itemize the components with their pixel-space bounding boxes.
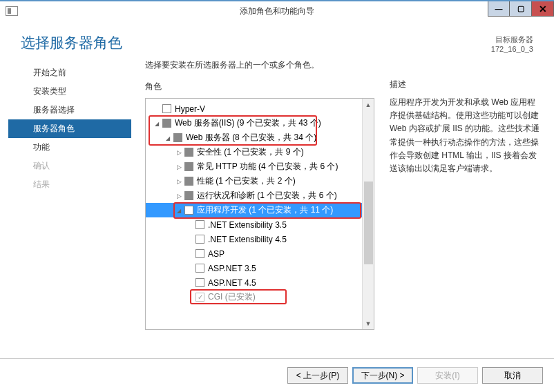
expand-icon[interactable] xyxy=(175,164,183,170)
wizard-main: 选择要安装在所选服务器上的一个或多个角色。 角色 Hyper-VWeb 服务器(… xyxy=(131,59,546,349)
tree-checkbox[interactable] xyxy=(184,191,193,200)
tree-checkbox[interactable] xyxy=(195,249,204,258)
tree-row[interactable]: 安全性 (1 个已安装，共 9 个) xyxy=(146,145,362,159)
tree-checkbox[interactable] xyxy=(184,148,193,157)
tree-checkbox xyxy=(195,293,204,302)
tree-label: ASP.NET 3.5 xyxy=(208,264,256,273)
description-text: 应用程序开发为开发和承载 Web 应用程序提供基础结构。使用这些功能可以创建 W… xyxy=(390,96,546,175)
cancel-button[interactable]: 取消 xyxy=(482,367,543,384)
sidebar-item-install-type[interactable]: 安装类型 xyxy=(8,82,131,101)
collapse-icon[interactable] xyxy=(153,120,161,127)
instruction-text: 选择要安装在所选服务器上的一个或多个角色。 xyxy=(145,59,374,71)
maximize-button[interactable]: ▢ xyxy=(510,1,532,17)
tree-row[interactable]: 应用程序开发 (1 个已安装，共 11 个) xyxy=(146,203,362,217)
sidebar-item-before-begin[interactable]: 开始之前 xyxy=(8,63,131,82)
tree-label: 应用程序开发 (1 个已安装，共 11 个) xyxy=(197,204,333,216)
tree-checkbox[interactable] xyxy=(162,119,171,128)
tree-label: ASP xyxy=(208,249,225,259)
roles-column: 选择要安装在所选服务器上的一个或多个角色。 角色 Hyper-VWeb 服务器(… xyxy=(145,59,374,349)
window-title: 添加角色和功能向导 xyxy=(240,6,314,17)
expand-icon[interactable] xyxy=(175,149,183,156)
tree-checkbox[interactable] xyxy=(184,162,193,171)
tree-label: Web 服务器(IIS) (9 个已安装，共 43 个) xyxy=(175,117,321,129)
wizard-sidebar: 开始之前 安装类型 服务器选择 服务器角色 功能 确认 结果 xyxy=(8,59,131,349)
tree-row[interactable]: Web 服务器 (8 个已安装，共 34 个) xyxy=(146,130,362,145)
tree-row[interactable]: Web 服务器(IIS) (9 个已安装，共 43 个) xyxy=(146,116,362,130)
tree-checkbox[interactable] xyxy=(162,104,171,113)
description-column: 描述 应用程序开发为开发和承载 Web 应用程序提供基础结构。使用这些功能可以创… xyxy=(374,59,546,349)
minimize-button[interactable]: — xyxy=(488,1,510,17)
tree-label: 性能 (1 个已安装，共 2 个) xyxy=(197,175,296,187)
roles-tree[interactable]: Hyper-VWeb 服务器(IIS) (9 个已安装，共 43 个)Web 服… xyxy=(146,99,362,329)
tree-label: CGI (已安装) xyxy=(208,291,256,303)
collapse-icon[interactable] xyxy=(175,207,183,214)
description-column-title: 描述 xyxy=(390,79,546,90)
tree-scrollbar[interactable]: ▲ ▼ xyxy=(362,99,374,329)
tree-row[interactable]: CGI (已安装) xyxy=(146,290,362,304)
target-label: 目标服务器 xyxy=(491,35,533,45)
tree-row[interactable]: 运行状况和诊断 (1 个已安装，共 6 个) xyxy=(146,188,362,203)
tree-checkbox[interactable] xyxy=(184,206,193,215)
tree-row[interactable]: .NET Extensibility 4.5 xyxy=(146,232,362,246)
wizard-footer: < 上一步(P) 下一步(N) > 安装(I) 取消 xyxy=(0,358,554,392)
tree-label: .NET Extensibility 4.5 xyxy=(208,235,287,244)
tree-row[interactable]: 常见 HTTP 功能 (4 个已安装，共 6 个) xyxy=(146,159,362,174)
roles-tree-box: Hyper-VWeb 服务器(IIS) (9 个已安装，共 43 个)Web 服… xyxy=(145,98,374,330)
tree-checkbox[interactable] xyxy=(195,220,204,229)
sidebar-item-server-roles[interactable]: 服务器角色 xyxy=(8,119,131,138)
sidebar-item-results: 结果 xyxy=(8,175,131,194)
tree-checkbox[interactable] xyxy=(184,177,193,186)
tree-row[interactable]: Hyper-V xyxy=(146,101,362,116)
tree-checkbox[interactable] xyxy=(195,264,204,273)
scroll-thumb[interactable] xyxy=(364,182,373,264)
tree-label: Web 服务器 (8 个已安装，共 34 个) xyxy=(186,132,316,144)
expand-icon[interactable] xyxy=(175,178,183,185)
sidebar-item-server-select[interactable]: 服务器选择 xyxy=(8,101,131,119)
install-button: 安装(I) xyxy=(417,367,478,384)
tree-row[interactable]: .NET Extensibility 3.5 xyxy=(146,217,362,232)
wizard-header: 选择服务器角色 目标服务器 172_16_0_3 xyxy=(0,21,554,59)
target-server-info: 目标服务器 172_16_0_3 xyxy=(491,35,533,53)
tree-label: 安全性 (1 个已安装，共 9 个) xyxy=(197,146,304,158)
tree-label: 运行状况和诊断 (1 个已安装，共 6 个) xyxy=(197,190,337,202)
tree-checkbox[interactable] xyxy=(195,235,204,244)
sidebar-item-confirm: 确认 xyxy=(8,157,131,175)
close-button[interactable]: ✕ xyxy=(532,1,554,17)
tree-label: ASP.NET 4.5 xyxy=(208,278,256,288)
tree-row[interactable]: ASP.NET 4.5 xyxy=(146,275,362,290)
tree-label: 常见 HTTP 功能 (4 个已安装，共 6 个) xyxy=(197,161,338,173)
target-value: 172_16_0_3 xyxy=(491,45,533,53)
window-controls: — ▢ ✕ xyxy=(488,1,554,21)
page-title: 选择服务器角色 xyxy=(21,33,533,52)
roles-column-title: 角色 xyxy=(145,81,374,92)
scroll-down-icon[interactable]: ▼ xyxy=(363,317,374,329)
sidebar-item-features[interactable]: 功能 xyxy=(8,138,131,157)
tree-checkbox[interactable] xyxy=(195,278,204,287)
titlebar: 添加角色和功能向导 — ▢ ✕ xyxy=(0,0,554,21)
tree-row[interactable]: ASP.NET 3.5 xyxy=(146,261,362,275)
expand-icon[interactable] xyxy=(175,193,183,199)
collapse-icon[interactable] xyxy=(164,135,172,141)
tree-checkbox[interactable] xyxy=(173,133,182,142)
tree-label: .NET Extensibility 3.5 xyxy=(208,220,287,230)
wizard-body: 开始之前 安装类型 服务器选择 服务器角色 功能 确认 结果 选择要安装在所选服… xyxy=(0,59,554,349)
tree-row[interactable]: ASP xyxy=(146,246,362,261)
next-button[interactable]: 下一步(N) > xyxy=(352,367,413,384)
tree-row[interactable]: 性能 (1 个已安装，共 2 个) xyxy=(146,174,362,188)
previous-button[interactable]: < 上一步(P) xyxy=(287,367,348,384)
app-icon xyxy=(6,6,18,16)
tree-label: Hyper-V xyxy=(175,104,205,114)
scroll-up-icon[interactable]: ▲ xyxy=(363,99,374,110)
